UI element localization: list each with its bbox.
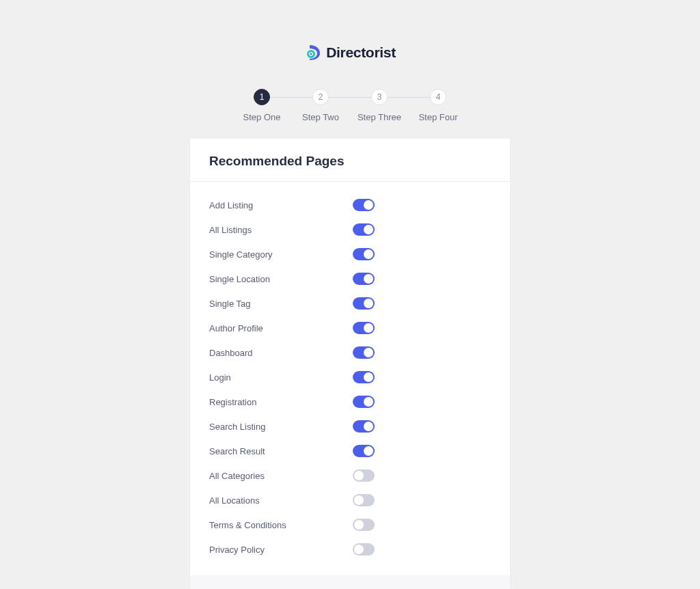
page-toggle[interactable] [353, 322, 375, 334]
setup-card: Recommended Pages Add ListingAll Listing… [190, 139, 510, 589]
step-circle: 4 [430, 89, 446, 105]
page-toggle[interactable] [353, 297, 375, 310]
step-circle: 3 [371, 89, 388, 105]
page-toggle-row: Search Result [209, 439, 491, 463]
step-label: Step One [243, 112, 281, 122]
card-header: Recommended Pages [190, 139, 510, 182]
toggle-knob [364, 299, 373, 308]
toggle-knob [364, 249, 373, 259]
page-toggle-label: Author Profile [209, 323, 353, 333]
toggle-knob [364, 372, 373, 382]
page-toggle-row: Dashboard [209, 340, 491, 365]
page-toggle[interactable] [353, 223, 375, 236]
toggle-knob [364, 200, 373, 210]
page-toggle[interactable] [353, 248, 375, 260]
step-circle: 1 [254, 89, 270, 105]
page-toggle-row: All Categories [209, 463, 491, 488]
step-label: Step Three [358, 112, 401, 122]
page-toggle-label: Registration [209, 397, 353, 407]
step-label: Step Four [418, 112, 457, 122]
page-toggle-row: Registration [209, 389, 491, 414]
page-toggle[interactable] [353, 396, 375, 408]
page-toggle-label: Search Result [209, 446, 353, 456]
logo-text: Directorist [326, 44, 396, 61]
toggle-knob [364, 274, 373, 284]
step-connector [270, 97, 312, 98]
toggle-knob [364, 446, 373, 456]
logo: Directorist [304, 44, 396, 61]
page-toggle[interactable] [353, 346, 375, 359]
page-toggle[interactable] [353, 199, 375, 211]
toggle-knob [354, 471, 364, 480]
toggle-knob [354, 545, 364, 554]
page-toggle[interactable] [353, 445, 375, 457]
page-toggle[interactable] [353, 420, 375, 433]
page-toggle-row: Author Profile [209, 316, 491, 340]
toggle-knob [364, 422, 373, 431]
page-toggle-row: Single Tag [209, 291, 491, 316]
page-toggle-label: Terms & Conditions [209, 520, 353, 530]
toggle-knob [364, 348, 373, 357]
page-toggle[interactable] [353, 519, 375, 531]
page-toggle-list: Add ListingAll ListingsSingle CategorySi… [190, 182, 510, 575]
toggle-knob [354, 495, 364, 505]
page-toggle-row: All Listings [209, 217, 491, 242]
step-1: 1Step One [232, 89, 291, 122]
page-toggle-label: All Locations [209, 495, 353, 506]
page-toggle-label: Dashboard [209, 348, 353, 358]
step-connector [329, 97, 371, 98]
toggle-knob [354, 520, 364, 530]
page-toggle-row: Login [209, 365, 491, 389]
page-toggle[interactable] [353, 469, 375, 482]
stepper: 1Step One2Step Two3Step Three4Step Four [232, 89, 468, 122]
page-toggle[interactable] [353, 273, 375, 285]
page-toggle-row: Search Listing [209, 414, 491, 439]
page-toggle-row: Single Category [209, 242, 491, 266]
page-toggle-label: Single Tag [209, 299, 353, 309]
page-toggle-label: All Listings [209, 225, 353, 235]
page-toggle-row: Single Location [209, 266, 491, 291]
page-toggle-label: Search Listing [209, 422, 353, 432]
step-3: 3Step Three [350, 89, 409, 122]
step-circle: 2 [312, 89, 329, 105]
page-toggle[interactable] [353, 371, 375, 383]
step-4: 4Step Four [409, 89, 468, 122]
card-title: Recommended Pages [209, 154, 491, 169]
page-toggle-label: All Categories [209, 471, 353, 481]
step-label: Step Two [302, 112, 339, 122]
page-toggle-label: Login [209, 372, 353, 383]
step-2: 2Step Two [291, 89, 350, 122]
page-toggle[interactable] [353, 494, 375, 506]
card-footer: Skip this step Continue [190, 575, 510, 589]
step-connector [388, 97, 430, 98]
page-toggle-label: Single Location [209, 274, 353, 284]
svg-point-2 [310, 53, 312, 55]
page-toggle[interactable] [353, 543, 375, 556]
page-toggle-label: Add Listing [209, 200, 353, 210]
page-toggle-row: Privacy Policy [209, 537, 491, 562]
page-toggle-row: Add Listing [209, 193, 491, 217]
page-toggle-row: Terms & Conditions [209, 512, 491, 537]
page-toggle-label: Privacy Policy [209, 545, 353, 555]
toggle-knob [364, 397, 373, 407]
page-toggle-label: Single Category [209, 249, 353, 260]
toggle-knob [364, 225, 373, 234]
directorist-logo-icon [304, 44, 322, 61]
page-toggle-row: All Locations [209, 488, 491, 512]
toggle-knob [364, 323, 373, 333]
